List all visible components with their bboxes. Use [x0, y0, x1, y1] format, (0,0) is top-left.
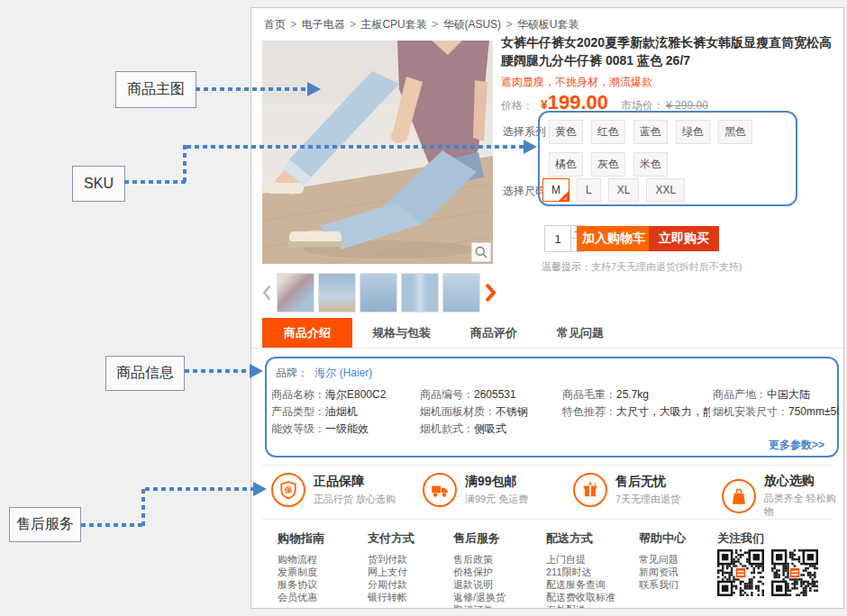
chevron-right-icon[interactable]: [484, 282, 496, 303]
magnifier-icon: [474, 245, 488, 259]
footer-link[interactable]: 售后政策: [453, 553, 505, 566]
breadcrumb-item[interactable]: 首页: [264, 18, 286, 31]
footer-link[interactable]: 服务协议: [278, 578, 324, 591]
breadcrumb-item[interactable]: 华硕(ASUS): [442, 18, 501, 31]
quantity-value[interactable]: 1: [544, 225, 571, 252]
footer-link[interactable]: 银行转帐: [368, 591, 414, 603]
info-row: 特色推荐：大尺寸，大吸力，静音…: [562, 403, 710, 421]
tab-intro[interactable]: 商品介绍: [262, 318, 352, 348]
info-label: 商品名称：: [271, 388, 325, 401]
footer-link[interactable]: 分期付款: [368, 578, 414, 591]
footer-link[interactable]: 海外配送: [546, 603, 615, 609]
sku-color-option[interactable]: 黄色: [549, 120, 583, 144]
qr-code: [717, 549, 764, 596]
sku-size-option[interactable]: L: [577, 178, 601, 202]
annotation-arrow-sku: [183, 145, 187, 184]
info-row: 商品编号：2605531: [420, 386, 560, 403]
footer-link[interactable]: 购物流程: [278, 553, 324, 566]
footer-link[interactable]: 退款说明: [453, 578, 505, 591]
service-badge-desc: 正品行货 放心选购: [314, 493, 396, 506]
footer-column-guide: 购物指南购物流程发票制度服务协议会员优惠: [278, 530, 324, 603]
brand-link[interactable]: 海尔 (Haier): [314, 367, 372, 379]
breadcrumb-item[interactable]: 华硕板U套装: [517, 18, 579, 31]
product-title: 女裤牛仔裤女2020夏季新款泫雅长裤女韩版显瘦直筒宽松高腰阔腿九分牛仔裤 008…: [501, 33, 840, 69]
info-row: 烟机安装尺寸：750mm±50mm（烟…: [713, 403, 839, 421]
info-label: 特色推荐：: [562, 405, 616, 418]
info-row: 烟机款式：侧吸式: [420, 421, 560, 438]
buy-now-button[interactable]: 立即购买: [649, 226, 719, 251]
service-badge-title: 正品保障: [314, 474, 396, 490]
info-value: 25.7kg: [616, 388, 649, 401]
footer-link[interactable]: 会员优惠: [278, 591, 324, 603]
footer-link[interactable]: 取消订单: [453, 603, 505, 609]
sku-color-option[interactable]: 蓝色: [633, 120, 668, 144]
thumbnail-1[interactable]: [277, 273, 314, 313]
add-to-cart-button[interactable]: 加入购物车: [577, 226, 651, 251]
tab-specs[interactable]: 规格与包装: [352, 318, 451, 348]
footer-link[interactable]: 联系我们: [639, 578, 686, 591]
footer-link[interactable]: 价格保护: [453, 566, 505, 578]
sku-color-option[interactable]: 红色: [591, 120, 625, 144]
notice-body: 支持7天无理由退货(拆封后不支持): [591, 261, 742, 272]
footer-link[interactable]: 新闻资讯: [639, 566, 686, 578]
info-value: 油烟机: [325, 405, 358, 418]
thumbnail-3[interactable]: [360, 273, 397, 313]
info-row: 能效等级：一级能效: [271, 421, 417, 438]
product-main-image[interactable]: [262, 41, 493, 264]
chevron-left-icon[interactable]: [260, 282, 273, 303]
info-value: 不锈钢: [496, 405, 528, 418]
more-params-link[interactable]: 更多参数>>: [265, 438, 839, 453]
arrowhead-icon: [524, 140, 537, 154]
tab-faq[interactable]: 常见问题: [537, 318, 624, 348]
service-badge[interactable]: 保正品保障正品行货 放心选购: [271, 473, 396, 507]
footer-link[interactable]: 上门自提: [546, 553, 615, 566]
sku-color-option[interactable]: 米色: [633, 152, 668, 177]
footer-column-delivery: 配送方式上门自提211限时达配送服务查询配送费收取标准海外配送: [546, 530, 615, 609]
footer-link[interactable]: 发票制度: [278, 566, 324, 578]
sku-color-option[interactable]: 灰色: [591, 152, 625, 177]
breadcrumb-separator: >: [503, 18, 515, 31]
footer-link[interactable]: 网上支付: [368, 566, 414, 578]
footer-link[interactable]: 211限时达: [546, 566, 615, 578]
thumbnail-4[interactable]: [401, 273, 439, 313]
annotation-after-sale-label: 售后服务: [9, 507, 81, 542]
sku-color-option[interactable]: 橘色: [549, 152, 583, 177]
breadcrumb-item[interactable]: 电子电器: [302, 18, 345, 31]
service-badges: 保正品保障正品行货 放心选购满99包邮满99元 免运费售后无忧7天无理由退货放心…: [251, 469, 844, 518]
breadcrumb-item[interactable]: 主板CPU套装: [360, 18, 426, 31]
info-value: 2605531: [474, 388, 516, 401]
info-label: 烟机款式：: [420, 422, 474, 435]
footer-link[interactable]: 返修/退换货: [453, 591, 505, 603]
tab-reviews[interactable]: 商品评价: [451, 318, 537, 348]
service-badge-text: 放心选购品类齐全 轻松购物: [764, 473, 844, 519]
footer-column-title: 购物指南: [278, 530, 324, 547]
sku-size-option[interactable]: XXL: [646, 178, 685, 202]
info-label: 烟机安装尺寸：: [713, 405, 788, 418]
footer-link[interactable]: 货到付款: [368, 553, 414, 566]
footer-link[interactable]: 常见问题: [639, 553, 686, 566]
info-label: 商品编号：: [420, 388, 474, 401]
service-badge[interactable]: 售后无忧7天无理由退货: [573, 473, 680, 507]
service-badge-title: 售后无忧: [615, 474, 680, 490]
footer-link[interactable]: 配送费收取标准: [546, 591, 615, 603]
service-badge-title: 放心选购: [764, 473, 844, 489]
market-price-value: ¥ 299.00: [666, 99, 708, 112]
thumbnail-strip: [260, 271, 500, 314]
info-value: 中国大陆: [767, 388, 810, 401]
info-label: 商品毛重：: [562, 388, 616, 401]
truck-icon: [423, 473, 457, 507]
thumbnail-2[interactable]: [318, 273, 356, 313]
zoom-button[interactable]: [471, 242, 491, 262]
footer-link[interactable]: 配送服务查询: [546, 578, 615, 591]
sku-size-option-selected[interactable]: M: [542, 178, 569, 202]
thumbnail-5[interactable]: [442, 273, 480, 313]
info-value: 海尔E800C2: [325, 388, 386, 401]
service-badge[interactable]: 满99包邮满99元 免运费: [423, 473, 528, 507]
info-value: 一级能效: [325, 422, 369, 435]
sku-color-option[interactable]: 绿色: [676, 120, 710, 144]
price-label: 价格：: [501, 98, 533, 113]
service-badge[interactable]: 放心选购品类齐全 轻松购物: [722, 473, 844, 519]
info-value: 大尺寸，大吸力，静音…: [616, 405, 710, 418]
sku-size-option[interactable]: XL: [608, 178, 640, 202]
sku-color-option[interactable]: 黑色: [718, 120, 752, 144]
